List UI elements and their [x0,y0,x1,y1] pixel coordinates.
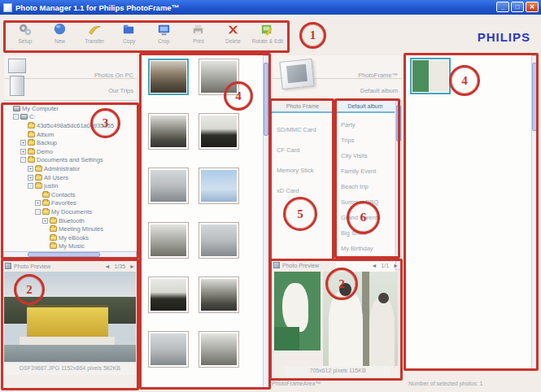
tree-node[interactable]: + All Users [3,173,137,182]
storage-source-item[interactable]: Memory Stick [272,167,334,174]
tree-expand-toggle[interactable]: - [35,209,41,215]
tree-node[interactable]: Contacts [3,190,137,199]
close-button[interactable]: ✕ [526,2,539,12]
photo-thumbnail[interactable] [410,58,451,94]
photoframe-name[interactable]: PhotoFrame™ [321,72,398,79]
album-list-header[interactable]: Default album [336,101,395,113]
tree-node-label: Meeting Minutes [59,225,103,233]
tree-node[interactable]: My Computer [3,104,137,113]
album-panel-scrollbar[interactable] [531,55,538,369]
tree-node[interactable]: My eBooks [3,233,137,242]
tree-node[interactable]: - Documents and Settings [3,156,137,165]
pc-icon [8,59,31,97]
photo-thumbnail[interactable] [199,113,239,150]
tree-node[interactable]: - C: [3,113,137,122]
photo-thumbnail[interactable] [148,222,189,259]
album-item[interactable]: My Birthday [336,245,395,252]
tree-node[interactable]: + Backup [3,138,137,147]
tree-node[interactable]: - My Documents [3,207,137,216]
photo-thumbnail[interactable] [148,331,189,368]
prev-photo-arrow-icon[interactable]: ◄ [105,264,111,269]
storage-source-item[interactable]: SD/MMC Card [272,126,334,133]
tree-node-label: Contacts [51,191,76,198]
preview-icon [273,262,280,268]
photo-thumbnail[interactable] [199,168,239,204]
album-thumbnail-grid [410,58,517,94]
preview-title: Photo Preview [14,264,50,269]
album-list-scrollbar[interactable] [395,101,402,270]
tree-node[interactable]: + Administrator [3,164,137,173]
photo-thumbnail[interactable] [148,168,189,204]
tree-node[interactable]: My Music [3,242,137,251]
thumbnail-image [151,115,186,147]
photo-thumbnail[interactable] [148,59,189,95]
photo-thumbnail[interactable] [199,277,239,313]
toolbar-label: New [55,38,65,44]
album-item[interactable]: Big Smile [336,229,395,237]
folder-icon [42,209,50,215]
delete-x-icon [225,22,242,37]
philips-logo: PHILIPS [478,30,530,44]
folder-icon [28,140,35,146]
photo-thumbnail[interactable] [148,113,189,150]
folder-icon [13,106,20,111]
tree-expand-toggle[interactable]: + [35,200,41,206]
tree-node[interactable]: - justin [3,181,137,190]
tree-node[interactable]: + Demo [3,147,137,156]
next-photo-arrow-icon[interactable]: ► [129,264,135,269]
album-item[interactable]: Trips [336,137,395,144]
transfer-button[interactable]: Transfer [77,22,111,52]
minimize-button[interactable]: _ [496,2,509,12]
tree-horizontal-scrollbar[interactable] [3,251,137,258]
delete-button[interactable]: Delete [216,22,250,52]
frame-preview-header: Photo Preview ◄ 1/1 ► [273,260,399,270]
tree-expand-toggle[interactable]: + [28,166,33,172]
pc-source-name[interactable]: Photos On PC [33,72,133,79]
photo-thumbnail[interactable] [199,331,239,368]
photoframe-album[interactable]: Default album [321,87,398,94]
tree-expand-toggle[interactable]: - [13,114,19,120]
album-item[interactable]: Summer BBQ [336,198,395,206]
tree-expand-toggle[interactable]: - [20,157,26,163]
copy-button[interactable]: Copy [112,22,146,52]
tree-node[interactable]: 43d5c498a5dc61a0b935355 [3,121,137,130]
pc-source-album[interactable]: Our Trips [33,87,133,94]
album-item[interactable]: Family Event [336,168,395,175]
tree-expand-toggle[interactable]: + [28,175,33,181]
tree-expand-toggle[interactable]: - [28,183,33,189]
tree-expand-toggle[interactable]: + [20,140,26,146]
tree-expand-toggle[interactable]: + [20,149,26,155]
photo-thumbnail[interactable] [148,277,189,313]
tree-node[interactable]: + Bluetooth [3,216,137,225]
toolbar-label: Delete [225,38,241,44]
tree-node-label: Documents and Settings [37,156,103,163]
maximize-button[interactable]: □ [511,2,524,12]
next-photo-arrow-icon[interactable]: ► [393,263,399,268]
crop-button[interactable]: Crop [146,22,181,52]
storage-source-item[interactable]: CF Card [272,146,334,154]
tree-node[interactable]: Album [3,130,137,139]
setup-button[interactable]: Setup [8,22,42,52]
preview-icon [5,263,11,269]
print-button[interactable]: Print [181,22,216,52]
globe-icon [51,22,68,37]
album-item[interactable]: City Visits [336,152,395,159]
tree-expand-toggle[interactable]: + [42,218,48,224]
photo-counter: 1/35 [114,264,125,269]
browser-scrollbar[interactable] [263,55,269,388]
prev-photo-arrow-icon[interactable]: ◄ [371,263,377,268]
thumbnail-grid [148,59,255,368]
photo-thumbnail[interactable] [199,222,239,259]
photo-thumbnail[interactable] [199,59,239,95]
folder-icon [42,200,50,206]
album-item[interactable]: Beach trip [336,183,395,190]
tree-node[interactable]: + Favorites [3,199,137,208]
album-item[interactable]: Grand Parents [336,214,395,221]
new-button[interactable]: New [43,22,77,52]
rotate-edit-button[interactable]: Rotate & Edit [251,22,285,52]
storage-source-item[interactable]: xD Card [272,187,334,194]
album-item[interactable]: Party [336,121,395,128]
source-list-header[interactable]: Photo Frame [272,101,334,113]
toolbar-label: Copy [123,38,135,44]
tree-node[interactable]: Meeting Minutes [3,224,137,233]
